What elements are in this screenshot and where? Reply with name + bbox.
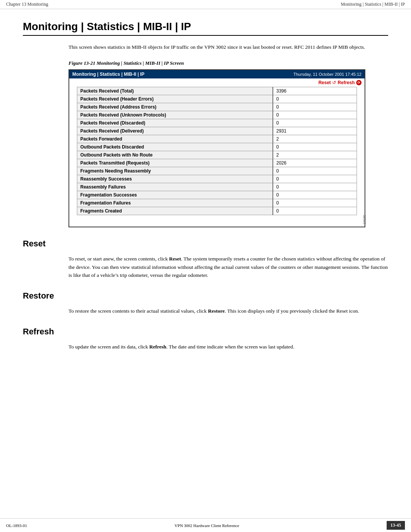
table-row: Fragmentation Failures0	[77, 199, 357, 207]
stat-label: Fragments Needing Reassembly	[77, 167, 273, 175]
main-content: Monitoring | Statistics | MIB-II | IP Th…	[0, 9, 411, 381]
intro-text: This screen shows statistics in MIB-II o…	[68, 43, 388, 51]
stat-label: Packets Received (Header Errors)	[77, 95, 273, 103]
stat-label: Packets Received (Address Errors)	[77, 103, 273, 111]
stat-value: 0	[273, 111, 357, 119]
stat-label: Outbound Packets with No Route	[77, 151, 273, 159]
stat-value: 2	[273, 135, 357, 143]
stat-label: Packets Received (Delivered)	[77, 127, 273, 135]
screen-watermark: 68303	[362, 215, 366, 224]
refresh-icon[interactable]: ⟳	[356, 80, 362, 85]
restore-text: To restore the screen contents to their …	[68, 307, 388, 315]
stat-label: Packets Transmitted (Requests)	[77, 159, 273, 167]
screen-header-date: Thursday, 11 October 2001 17:45:12	[293, 72, 362, 77]
screen-content: Packets Received (Total)3396Packets Rece…	[69, 87, 365, 227]
screen-header: Monitoring | Statistics | MIB-II | IP Th…	[69, 70, 365, 78]
stat-value: 2026	[273, 159, 357, 167]
table-row: Fragments Needing Reassembly0	[77, 167, 357, 175]
table-row: Packets Received (Discarded)0	[77, 119, 357, 127]
stat-label: Fragments Created	[77, 207, 273, 215]
reset-heading: Reset	[23, 239, 388, 249]
stat-label: Packets Forwarded	[77, 135, 273, 143]
stat-label: Fragmentation Failures	[77, 199, 273, 207]
stat-label: Outbound Packets Discarded	[77, 143, 273, 151]
footer-right: 13-45	[387, 521, 405, 530]
table-row: Fragments Created0	[77, 207, 357, 215]
table-row: Fragmentation Successes0	[77, 191, 357, 199]
refresh-heading: Refresh	[23, 327, 388, 337]
top-bar-breadcrumb: Monitoring | Statistics | MIB-II | IP	[341, 2, 405, 7]
top-bar-chapter: Chapter 13 Monitoring	[6, 2, 341, 7]
table-row: Packets Forwarded2	[77, 135, 357, 143]
reset-link[interactable]: Reset	[319, 80, 331, 85]
figure-caption: Figure 13-21 Monitoring | Statistics | M…	[68, 60, 388, 66]
table-row: Packets Received (Address Errors)0	[77, 103, 357, 111]
table-row: Packets Received (Total)3396	[77, 87, 357, 95]
stat-label: Packets Received (Total)	[77, 87, 273, 95]
stat-label: Reassembly Successes	[77, 175, 273, 183]
footer-left: OL-1893-01	[6, 523, 27, 528]
page-title: Monitoring | Statistics | MIB-II | IP	[23, 21, 388, 36]
table-row: Reassembly Failures0	[77, 183, 357, 191]
stat-value: 0	[273, 191, 357, 199]
stat-value: 3396	[273, 87, 357, 95]
stat-value: 0	[273, 167, 357, 175]
stat-label: Packets Received (Unknown Protocols)	[77, 111, 273, 119]
bottom-bar: OL-1893-01 VPN 3002 Hardware Client Refe…	[0, 518, 411, 532]
refresh-text: To update the screen and its data, click…	[68, 343, 388, 351]
table-row: Outbound Packets Discarded0	[77, 143, 357, 151]
table-row: Reassembly Successes0	[77, 175, 357, 183]
screen-actions: Reset ↺ Refresh ⟳	[69, 78, 365, 87]
stat-label: Reassembly Failures	[77, 183, 273, 191]
table-row: Packets Received (Delivered)2931	[77, 127, 357, 135]
screen-header-title: Monitoring | Statistics | MIB-II | IP	[72, 72, 144, 77]
stat-value: 0	[273, 143, 357, 151]
reset-icon: ↺	[332, 80, 336, 85]
top-bar: Chapter 13 Monitoring Monitoring | Stati…	[0, 0, 411, 9]
reset-text: To reset, or start anew, the screen cont…	[68, 255, 388, 280]
refresh-link[interactable]: Refresh	[338, 80, 355, 85]
stat-label: Fragmentation Successes	[77, 191, 273, 199]
stat-value: 0	[273, 175, 357, 183]
stat-value: 0	[273, 119, 357, 127]
stat-value: 0	[273, 183, 357, 191]
stat-value: 0	[273, 103, 357, 111]
stats-table: Packets Received (Total)3396Packets Rece…	[77, 87, 357, 215]
table-row: Outbound Packets with No Route2	[77, 151, 357, 159]
stat-label: Packets Received (Discarded)	[77, 119, 273, 127]
table-row: Packets Received (Unknown Protocols)0	[77, 111, 357, 119]
footer-center: VPN 3002 Hardware Client Reference	[27, 523, 387, 528]
stat-value: 2	[273, 151, 357, 159]
table-row: Packets Received (Header Errors)0	[77, 95, 357, 103]
stat-value: 0	[273, 207, 357, 215]
screen-mockup: Monitoring | Statistics | MIB-II | IP Th…	[68, 69, 365, 227]
stat-value: 0	[273, 199, 357, 207]
table-row: Packets Transmitted (Requests)2026	[77, 159, 357, 167]
restore-heading: Restore	[23, 291, 388, 301]
stat-value: 2931	[273, 127, 357, 135]
stat-value: 0	[273, 95, 357, 103]
